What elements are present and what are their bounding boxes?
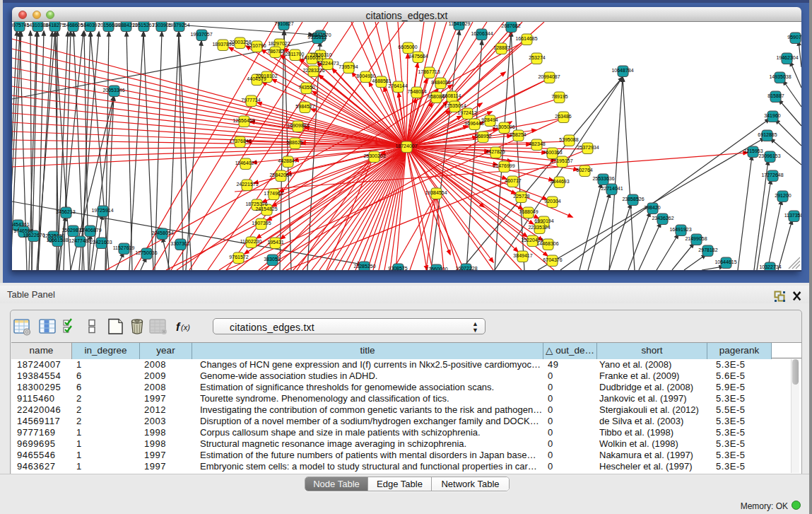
svg-text:14468306: 14468306	[536, 241, 558, 246]
svg-text:11464027: 11464027	[235, 160, 257, 165]
svg-text:7977734: 7977734	[241, 98, 260, 103]
svg-text:11541029: 11541029	[449, 22, 471, 26]
svg-text:1137358: 1137358	[784, 213, 801, 218]
svg-text:5395088: 5395088	[559, 137, 578, 142]
svg-text:f: f	[176, 321, 181, 333]
svg-text:16614685: 16614685	[515, 36, 537, 41]
svg-text:17535014: 17535014	[444, 103, 466, 108]
svg-text:482348: 482348	[529, 141, 545, 146]
svg-text:14166051: 14166051	[301, 55, 323, 60]
svg-text:4427825: 4427825	[486, 149, 505, 154]
svg-text:24454361: 24454361	[12, 222, 30, 227]
svg-text:25842064: 25842064	[269, 173, 291, 177]
svg-text:460717: 460717	[505, 178, 521, 183]
svg-text:6605000: 6605000	[398, 45, 417, 49]
svg-text:815887: 815887	[767, 93, 784, 98]
svg-text:789195: 789195	[551, 94, 567, 99]
svg-text:25300203: 25300203	[363, 153, 385, 158]
svg-text:959077: 959077	[787, 35, 801, 40]
svg-text:7688049: 7688049	[519, 209, 538, 214]
svg-text:10644615: 10644615	[714, 259, 736, 264]
svg-text:16072228: 16072228	[455, 266, 477, 270]
svg-text:10661588: 10661588	[46, 238, 68, 243]
svg-text:7548014: 7548014	[407, 89, 426, 94]
svg-text:3215953: 3215953	[743, 148, 763, 153]
svg-text:3844693: 3844693	[550, 179, 569, 184]
svg-text:4428847: 4428847	[278, 158, 297, 163]
svg-text:743550: 743550	[298, 85, 314, 90]
svg-text:8475684: 8475684	[408, 54, 428, 59]
svg-text:23858526: 23858526	[622, 197, 644, 201]
svg-text:16909883: 16909883	[287, 123, 309, 128]
svg-text:18622670: 18622670	[23, 233, 45, 238]
svg-text:14224473: 14224473	[317, 61, 339, 66]
svg-text:18297022: 18297022	[268, 41, 290, 46]
svg-text:14935038: 14935038	[769, 74, 791, 79]
svg-text:10648784: 10648784	[611, 68, 633, 73]
svg-text:17660000: 17660000	[425, 267, 447, 270]
svg-text:6704376: 6704376	[543, 257, 562, 262]
svg-text:1774963: 1774963	[264, 191, 283, 196]
svg-text:128887: 128887	[493, 45, 510, 50]
svg-text:7910827: 7910827	[274, 22, 293, 26]
svg-text:16206344: 16206344	[471, 31, 493, 36]
svg-text:5210796: 5210796	[247, 43, 266, 48]
svg-text:21499058: 21499058	[685, 236, 707, 241]
svg-text:22335324: 22335324	[528, 225, 550, 230]
svg-text:1972412: 1972412	[457, 110, 476, 115]
svg-text:2978182: 2978182	[698, 247, 717, 252]
svg-text:9761572: 9761572	[229, 255, 248, 259]
svg-text:7395794: 7395794	[339, 64, 358, 69]
svg-text:19384554: 19384554	[425, 190, 447, 195]
svg-text:23285250: 23285250	[353, 264, 375, 269]
svg-text:7600363: 7600363	[543, 150, 562, 155]
svg-text:20515263: 20515263	[132, 23, 154, 28]
svg-text:2764144: 2764144	[388, 83, 407, 88]
svg-text:18724007: 18724007	[395, 144, 417, 148]
svg-text:4404579: 4404579	[247, 76, 266, 81]
svg-text:602764: 602764	[576, 168, 592, 173]
svg-text:(x): (x)	[181, 323, 190, 332]
svg-text:11002230: 11002230	[240, 239, 262, 244]
svg-text:9696448: 9696448	[464, 121, 483, 126]
svg-text:23096153: 23096153	[758, 153, 780, 158]
svg-text:10322734: 10322734	[759, 264, 781, 269]
svg-text:22714041: 22714041	[601, 186, 623, 191]
svg-text:5984527: 5984527	[295, 104, 314, 109]
svg-text:4688581: 4688581	[372, 78, 391, 83]
svg-text:8608114: 8608114	[442, 93, 461, 98]
svg-text:9335812: 9335812	[307, 35, 326, 40]
svg-text:2687682: 2687682	[501, 23, 520, 28]
svg-text:21476999: 21476999	[493, 163, 514, 168]
svg-text:263486: 263486	[555, 114, 571, 119]
svg-text:928494: 928494	[481, 117, 498, 122]
svg-text:8004930: 8004930	[356, 74, 375, 78]
svg-text:21305096: 21305096	[493, 124, 514, 129]
svg-text:253274: 253274	[529, 55, 545, 60]
svg-text:19937057: 19937057	[190, 32, 212, 37]
svg-text:17406879: 17406879	[79, 228, 101, 233]
svg-text:23436262: 23436262	[652, 216, 673, 221]
svg-text:588625: 588625	[286, 140, 302, 145]
svg-text:25533636: 25533636	[592, 176, 614, 181]
svg-text:22283226: 22283226	[302, 68, 324, 73]
svg-text:20053346: 20053346	[102, 88, 124, 93]
svg-text:8418275: 8418275	[45, 23, 64, 28]
svg-text:9308575: 9308575	[388, 266, 407, 270]
svg-text:18725376: 18725376	[245, 201, 267, 206]
svg-text:17867713: 17867713	[418, 69, 440, 74]
svg-text:19725914: 19725914	[91, 208, 113, 213]
svg-text:568952: 568952	[475, 134, 491, 139]
svg-text:25372934: 25372934	[577, 145, 599, 150]
svg-text:225728: 225728	[513, 194, 529, 199]
svg-text:19462304: 19462304	[776, 55, 798, 60]
svg-text:17195157: 17195157	[551, 158, 572, 163]
svg-text:195431: 195431	[267, 240, 283, 245]
svg-text:17376846: 17376846	[229, 139, 251, 144]
svg-text:3307301: 3307301	[170, 241, 189, 246]
svg-text:3456213: 3456213	[56, 209, 75, 214]
svg-text:23421603: 23421603	[90, 240, 112, 245]
svg-text:11527619: 11527619	[113, 245, 135, 250]
svg-text:786782: 786782	[267, 49, 283, 54]
svg-text:398420: 398420	[644, 205, 660, 210]
